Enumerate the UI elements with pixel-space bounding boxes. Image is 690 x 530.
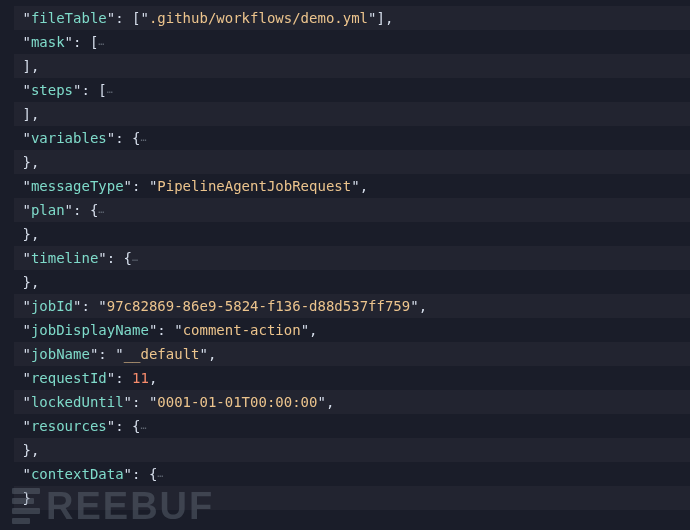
code-line: },	[14, 150, 690, 174]
json-key-mask: mask	[31, 31, 65, 54]
quote: "	[22, 127, 30, 150]
quote: "	[149, 175, 157, 198]
colon: :	[73, 199, 90, 222]
indent	[14, 199, 22, 222]
rbracket: ]	[377, 7, 385, 30]
code-line: },	[14, 438, 690, 462]
comma: ,	[326, 391, 334, 414]
lbracket: [	[132, 7, 140, 30]
json-key-jobId: jobId	[31, 295, 73, 318]
quote: "	[22, 415, 30, 438]
code-line: "jobDisplayName": "comment-action",	[14, 318, 690, 342]
comma: ,	[31, 223, 39, 246]
indent	[14, 295, 22, 318]
code-line: "variables": {…	[14, 126, 690, 150]
colon: :	[132, 175, 149, 198]
code-line: "resources": {…	[14, 414, 690, 438]
quote: "	[73, 79, 81, 102]
indent	[14, 151, 22, 174]
comma: ,	[208, 343, 216, 366]
rbracket: ]	[22, 55, 30, 78]
quote: "	[22, 247, 30, 270]
comma: ,	[31, 103, 39, 126]
indent	[14, 271, 22, 294]
fold-ellipsis-icon: …	[140, 414, 146, 437]
quote: "	[301, 319, 309, 342]
rbrace: }	[22, 439, 30, 462]
indent	[14, 175, 22, 198]
colon: :	[81, 295, 98, 318]
comma: ,	[419, 295, 427, 318]
code-line: "jobName": "__default",	[14, 342, 690, 366]
rbrace: }	[22, 271, 30, 294]
colon: :	[132, 391, 149, 414]
json-key-plan: plan	[31, 199, 65, 222]
quote: "	[351, 175, 359, 198]
code-line: ],	[14, 102, 690, 126]
indent	[14, 463, 22, 486]
indent	[14, 127, 22, 150]
indent	[14, 391, 22, 414]
lbrace: {	[132, 127, 140, 150]
quote: "	[317, 391, 325, 414]
rbracket: ]	[22, 103, 30, 126]
colon: :	[73, 31, 90, 54]
quote: "	[174, 319, 182, 342]
quote: "	[107, 367, 115, 390]
indent	[14, 415, 22, 438]
quote: "	[65, 199, 73, 222]
lbrace: {	[90, 199, 98, 222]
quote: "	[107, 127, 115, 150]
quote: "	[22, 391, 30, 414]
colon: :	[115, 367, 132, 390]
comma: ,	[31, 271, 39, 294]
indent	[14, 319, 22, 342]
json-key-timeline: timeline	[31, 247, 98, 270]
indent	[14, 487, 22, 510]
quote: "	[124, 391, 132, 414]
indent	[14, 367, 22, 390]
colon: :	[115, 127, 132, 150]
quote: "	[22, 199, 30, 222]
quote: "	[73, 295, 81, 318]
fold-ellipsis-icon: …	[132, 246, 138, 269]
indent	[14, 439, 22, 462]
comma: ,	[360, 175, 368, 198]
code-line: },	[14, 222, 690, 246]
json-string-fileTable0: .github/workflows/demo.yml	[149, 7, 368, 30]
quote: "	[22, 319, 30, 342]
indent	[14, 31, 22, 54]
json-key-jobDisplayName: jobDisplayName	[31, 319, 149, 342]
fold-ellipsis-icon: …	[98, 30, 104, 53]
quote: "	[107, 7, 115, 30]
quote: "	[98, 295, 106, 318]
quote: "	[22, 463, 30, 486]
quote: "	[140, 7, 148, 30]
code-line: "messageType": "PipelineAgentJobRequest"…	[14, 174, 690, 198]
code-block: "fileTable": [".github/workflows/demo.ym…	[0, 0, 690, 510]
lbracket: [	[98, 79, 106, 102]
code-line: },	[14, 270, 690, 294]
quote: "	[115, 343, 123, 366]
json-string-jobName: __default	[124, 343, 200, 366]
indent	[14, 103, 22, 126]
code-line: "requestId": 11,	[14, 366, 690, 390]
code-line: ],	[14, 54, 690, 78]
rbrace: }	[22, 151, 30, 174]
json-key-fileTable: fileTable	[31, 7, 107, 30]
colon: :	[132, 463, 149, 486]
colon: :	[157, 319, 174, 342]
json-string-jobId: 97c82869-86e9-5824-f136-d88d537ff759	[107, 295, 410, 318]
lbrace: {	[149, 463, 157, 486]
fold-ellipsis-icon: …	[157, 462, 163, 485]
colon: :	[98, 343, 115, 366]
quote: "	[124, 463, 132, 486]
json-key-lockedUntil: lockedUntil	[31, 391, 124, 414]
json-key-variables: variables	[31, 127, 107, 150]
quote: "	[149, 319, 157, 342]
quote: "	[22, 79, 30, 102]
indent	[14, 343, 22, 366]
fold-ellipsis-icon: …	[98, 198, 104, 221]
quote: "	[22, 31, 30, 54]
colon: :	[115, 415, 132, 438]
